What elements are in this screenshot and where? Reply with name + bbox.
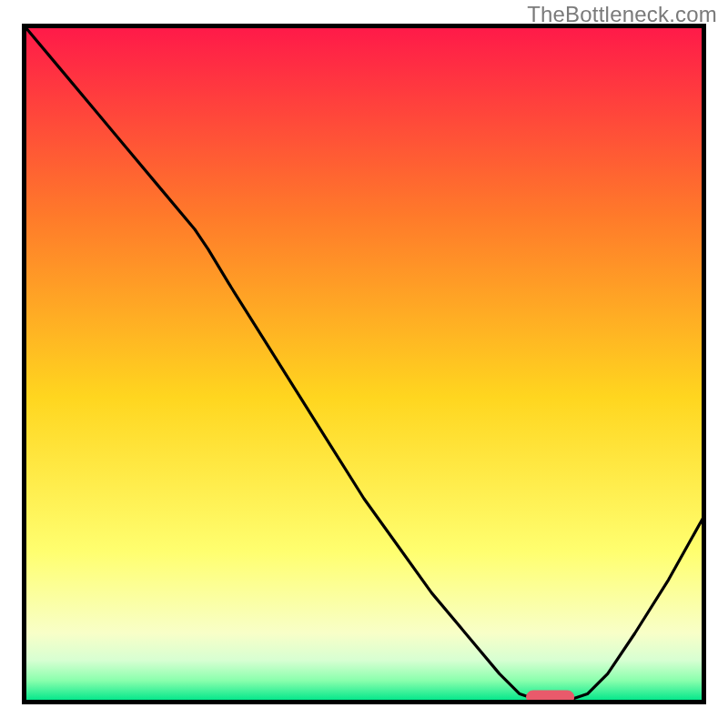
gradient-background [25, 27, 703, 701]
bottleneck-chart [22, 24, 706, 704]
chart-container: TheBottleneck.com [0, 0, 728, 728]
